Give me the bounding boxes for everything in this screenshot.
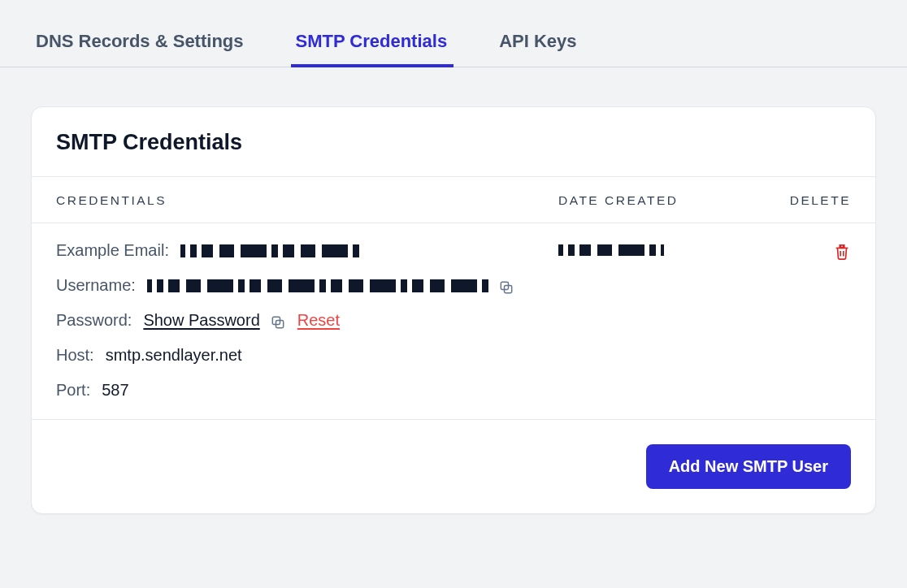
- example-email-label: Example Email:: [56, 241, 169, 260]
- th-date-created: DATE CREATED: [558, 193, 737, 208]
- host-label: Host:: [56, 346, 94, 365]
- th-delete: DELETE: [737, 193, 851, 208]
- smtp-credentials-card: SMTP Credentials CREDENTIALS DATE CREATE…: [31, 106, 876, 514]
- card-header: SMTP Credentials: [32, 107, 875, 176]
- card-footer: Add New SMTP User: [32, 420, 875, 513]
- copy-username-icon[interactable]: [498, 278, 514, 294]
- username-line: Username:: [56, 276, 558, 295]
- port-label: Port:: [56, 381, 90, 400]
- username-label: Username:: [56, 276, 136, 295]
- password-line: Password: Show Password Reset: [56, 311, 558, 330]
- table-header: CREDENTIALS DATE CREATED DELETE: [32, 176, 875, 223]
- add-smtp-user-button[interactable]: Add New SMTP User: [646, 444, 851, 489]
- example-email-line: Example Email:: [56, 241, 558, 260]
- example-email-value-redacted: [180, 244, 359, 257]
- date-created-cell: [558, 241, 737, 400]
- card-title: SMTP Credentials: [56, 130, 851, 155]
- tab-dns-records[interactable]: DNS Records & Settings: [36, 0, 268, 67]
- reset-password-link[interactable]: Reset: [297, 311, 340, 330]
- credential-details: Example Email: Username: Password: Show …: [56, 241, 558, 400]
- port-line: Port: 587: [56, 381, 558, 400]
- show-password-link[interactable]: Show Password: [143, 311, 259, 330]
- port-value: 587: [102, 381, 128, 400]
- delete-cell: [737, 241, 851, 400]
- host-value: smtp.sendlayer.net: [106, 346, 242, 365]
- host-line: Host: smtp.sendlayer.net: [56, 346, 558, 365]
- date-created-value-redacted: [558, 244, 664, 256]
- tab-smtp-credentials[interactable]: SMTP Credentials: [296, 0, 472, 67]
- th-credentials: CREDENTIALS: [56, 193, 558, 208]
- username-value-redacted: [147, 279, 488, 292]
- credential-row: Example Email: Username: Password: Show …: [32, 223, 875, 420]
- copy-password-icon[interactable]: [270, 313, 286, 329]
- password-label: Password:: [56, 311, 132, 330]
- delete-icon[interactable]: [833, 243, 851, 261]
- tab-api-keys[interactable]: API Keys: [499, 0, 601, 67]
- settings-tabs: DNS Records & Settings SMTP Credentials …: [0, 0, 907, 67]
